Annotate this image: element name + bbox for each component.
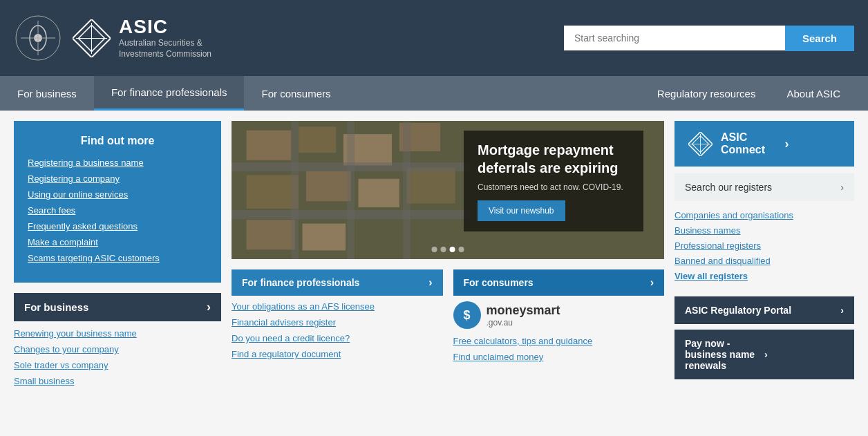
govt-crest-icon	[14, 14, 62, 62]
logo-area: ASIC Australian Securities & Investments…	[14, 14, 211, 62]
link-free-calculators[interactable]: Free calculators, tips and guidance	[453, 336, 665, 346]
svg-rect-16	[306, 171, 351, 201]
svg-rect-17	[358, 179, 399, 207]
svg-rect-24	[347, 121, 355, 259]
main-nav: For business For finance professionals F…	[0, 76, 868, 111]
link-companies-organisations[interactable]: Companies and organisations	[674, 210, 854, 220]
asic-logo[interactable]: ASIC Australian Securities & Investments…	[73, 16, 211, 59]
svg-rect-25	[403, 121, 411, 259]
link-credit-licence[interactable]: Do you need a credit licence?	[232, 333, 443, 343]
for-business-links: Renewing your business name Changes to y…	[14, 328, 221, 386]
portal-label: ASIC Regulatory Portal	[685, 305, 791, 316]
link-professional-registers[interactable]: Professional registers	[674, 240, 854, 251]
finance-professionals-label: For finance professionals	[242, 277, 359, 288]
right-column: ASIC Connect › Search our registers › Co…	[674, 121, 854, 392]
asic-regulatory-portal-button[interactable]: ASIC Regulatory Portal ›	[674, 296, 854, 324]
finance-professionals-header[interactable]: For finance professionals ›	[232, 269, 443, 296]
svg-rect-11	[247, 131, 292, 160]
link-afs-licensee[interactable]: Your obligations as an AFS licensee	[232, 301, 443, 312]
pay-now-button[interactable]: Pay now - business name renewals ›	[674, 330, 854, 379]
site-header: ASIC Australian Securities & Investments…	[0, 0, 868, 76]
carousel-dot-3[interactable]	[450, 247, 455, 252]
search-registers-chevron-icon: ›	[840, 182, 844, 193]
tab-for-business[interactable]: For business	[0, 76, 94, 111]
search-registers-button[interactable]: Search our registers ›	[674, 173, 854, 201]
link-renewing-business-name[interactable]: Renewing your business name	[14, 328, 221, 339]
carousel-dot-2[interactable]	[441, 247, 446, 252]
consumers-chevron-icon: ›	[650, 276, 654, 289]
find-out-more-box: Find out more Registering a business nam…	[14, 121, 221, 283]
asic-subtitle: Australian Securities & Investments Comm…	[119, 38, 211, 59]
svg-rect-23	[291, 121, 299, 259]
nav-about-asic[interactable]: About ASIC	[773, 78, 854, 109]
nav-tabs-left: For business For finance professionals F…	[0, 76, 643, 111]
link-scams[interactable]: Scams targeting ASIC customers	[28, 253, 207, 263]
tab-for-finance-professionals[interactable]: For finance professionals	[94, 76, 245, 111]
link-small-business[interactable]: Small business	[14, 376, 221, 386]
for-business-chevron-icon: ›	[207, 300, 211, 314]
register-links-list: Companies and organisations Business nam…	[674, 207, 854, 290]
search-area: Search	[564, 26, 854, 51]
moneysmart-icon: $	[453, 301, 481, 329]
carousel-dot-1[interactable]	[432, 247, 437, 252]
tab-for-consumers[interactable]: For consumers	[244, 76, 348, 111]
pay-now-label: Pay now - business name renewals	[685, 338, 764, 371]
link-search-fees[interactable]: Search fees	[28, 205, 207, 216]
link-financial-advisers-register[interactable]: Financial advisers register	[232, 317, 443, 328]
asic-diamond-icon	[73, 19, 111, 57]
hero-banner: Mortgage repayment deferrals are expirin…	[232, 121, 664, 259]
asic-connect-label: ASIC Connect	[721, 131, 777, 156]
asic-title: ASIC	[119, 16, 211, 38]
nav-regulatory-resources[interactable]: Regulatory resources	[643, 78, 770, 109]
for-business-header[interactable]: For business ›	[14, 293, 221, 321]
search-registers-label: Search our registers	[685, 182, 772, 193]
link-using-online-services[interactable]: Using our online services	[28, 189, 207, 200]
link-registering-business-name[interactable]: Registering a business name	[28, 158, 207, 168]
finance-professionals-section: For finance professionals › Your obligat…	[232, 269, 443, 368]
svg-rect-18	[407, 168, 455, 204]
asic-connect-button[interactable]: ASIC Connect ›	[674, 121, 854, 167]
link-regulatory-document[interactable]: Find a regulatory document	[232, 349, 443, 359]
link-changes-company[interactable]: Changes to your company	[14, 344, 221, 354]
find-out-more-title: Find out more	[28, 135, 207, 147]
nav-links-right: Regulatory resources About ASIC	[643, 76, 868, 111]
hero-headline: Mortgage repayment deferrals are expirin…	[478, 141, 630, 177]
link-make-complaint[interactable]: Make a complaint	[28, 237, 207, 247]
link-view-all-registers[interactable]: View all registers	[674, 271, 854, 281]
pay-now-chevron-icon: ›	[764, 349, 844, 360]
middle-column: Mortgage repayment deferrals are expirin…	[232, 121, 664, 392]
search-button[interactable]: Search	[785, 26, 854, 51]
carousel-dots	[432, 247, 464, 252]
link-banned-disqualified[interactable]: Banned and disqualified	[674, 256, 854, 266]
hero-subtext: Customers need to act now. COVID-19.	[478, 182, 630, 192]
section-boxes: For finance professionals › Your obligat…	[232, 269, 664, 368]
moneysmart-text: moneysmart .gov.au	[487, 303, 560, 328]
link-unclaimed-money[interactable]: Find unclaimed money	[453, 352, 665, 362]
main-content: Find out more Registering a business nam…	[0, 111, 868, 402]
consumers-label: For consumers	[464, 277, 534, 288]
portal-chevron-icon: ›	[840, 305, 844, 316]
finance-professionals-chevron-icon: ›	[428, 276, 432, 289]
svg-rect-19	[247, 220, 295, 249]
consumers-section: For consumers › $ moneysmart .gov.au Fre…	[453, 269, 665, 368]
hero-text-overlay: Mortgage repayment deferrals are expirin…	[464, 131, 643, 231]
for-business-label: For business	[24, 301, 88, 313]
asic-name-text: ASIC Australian Securities & Investments…	[119, 16, 211, 59]
link-business-names[interactable]: Business names	[674, 225, 854, 236]
svg-rect-15	[247, 175, 299, 209]
svg-rect-12	[299, 126, 336, 153]
link-sole-trader-vs-company[interactable]: Sole trader vs company	[14, 360, 221, 370]
hero-visit-newshub-button[interactable]: Visit our newshub	[478, 200, 565, 221]
link-registering-company[interactable]: Registering a company	[28, 173, 207, 184]
svg-rect-20	[303, 224, 346, 251]
asic-connect-diamond-icon	[688, 132, 713, 156]
link-faq[interactable]: Frequently asked questions	[28, 221, 207, 231]
carousel-dot-4[interactable]	[459, 247, 464, 252]
search-input[interactable]	[564, 26, 785, 50]
left-column: Find out more Registering a business nam…	[14, 121, 221, 392]
consumers-header[interactable]: For consumers ›	[453, 269, 665, 296]
moneysmart-logo: $ moneysmart .gov.au	[453, 301, 665, 329]
asic-connect-chevron-icon: ›	[785, 137, 841, 151]
